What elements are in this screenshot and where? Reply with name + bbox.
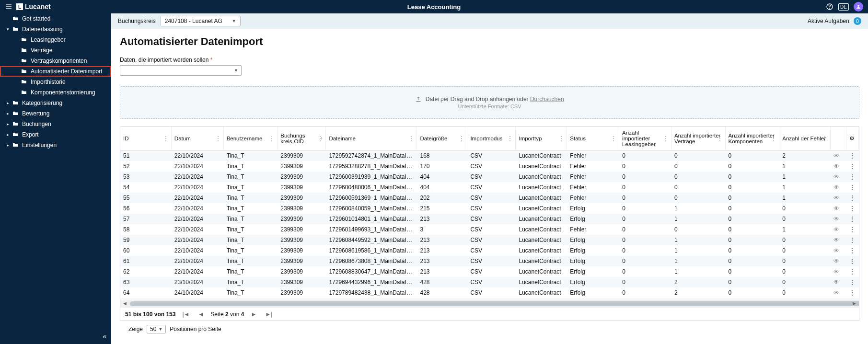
sidebar-item[interactable]: Komponentenstornierung [0, 87, 111, 98]
view-row-icon[interactable]: 👁 [831, 237, 846, 243]
pager-last[interactable]: ►| [263, 311, 274, 318]
table-row[interactable]: 5722/10/2024Tina_T23993091729601014801_1… [120, 214, 859, 224]
col-bookingcircle[interactable]: Buchungs kreis-OID↑⋮ [278, 127, 326, 150]
view-row-icon[interactable]: 👁 [831, 289, 846, 296]
col-settings[interactable]: ⚙ [846, 127, 859, 150]
user-avatar[interactable] [854, 2, 863, 11]
sidebar-item[interactable]: ▾Datenerfassung [0, 24, 111, 34]
col-importtype[interactable]: Importtyp⋮ [516, 127, 567, 150]
col-menu-icon[interactable]: ⋮ [317, 135, 324, 142]
view-row-icon[interactable]: 👁 [831, 247, 846, 254]
sidebar-collapse-icon[interactable]: « [103, 333, 106, 340]
col-menu-icon[interactable]: ⋮ [662, 135, 669, 142]
view-row-icon[interactable]: 👁 [831, 152, 846, 159]
view-row-icon[interactable]: 👁 [831, 226, 846, 233]
sidebar-item[interactable]: Verträge [0, 45, 111, 56]
pager-prev[interactable]: ◄ [196, 311, 206, 318]
row-menu-icon[interactable]: ⋮ [846, 268, 859, 275]
row-menu-icon[interactable]: ⋮ [846, 289, 859, 296]
col-menu-icon[interactable]: ⋮ [770, 135, 777, 142]
col-errors[interactable]: Anzahl der Fehler⋮ [779, 127, 831, 150]
file-dropzone[interactable]: Datei per Drag and Drop anhängen oder Du… [120, 86, 859, 119]
col-status[interactable]: Status⋮ [567, 127, 619, 150]
language-selector[interactable]: DE [838, 3, 849, 11]
view-row-icon[interactable]: 👁 [831, 163, 846, 170]
row-menu-icon[interactable]: ⋮ [846, 163, 859, 170]
table-row[interactable]: 6222/10/2024Tina_T23993091729608830647_1… [120, 266, 859, 277]
scrollbar-thumb[interactable] [130, 301, 859, 306]
view-row-icon[interactable]: 👁 [831, 205, 846, 212]
view-row-icon[interactable]: 👁 [831, 195, 846, 201]
sidebar-item[interactable]: Automatisierter Datenimport [0, 66, 111, 77]
col-menu-icon[interactable]: ⋮ [507, 135, 513, 142]
view-row-icon[interactable]: 👁 [831, 268, 846, 275]
row-menu-icon[interactable]: ⋮ [846, 184, 859, 191]
pager-first[interactable]: |◄ [180, 311, 191, 318]
table-row[interactable]: 5822/10/2024Tina_T23993091729601499693_1… [120, 224, 859, 235]
sidebar-item[interactable]: ▸Bewertung [0, 108, 111, 119]
table-row[interactable]: 5122/10/2024Tina_T23993091729592742874_1… [120, 150, 859, 161]
sidebar-item[interactable]: ▸Buchungen [0, 119, 111, 129]
table-row[interactable]: 5622/10/2024Tina_T23993091729600840059_1… [120, 203, 859, 214]
sidebar-item[interactable]: Vertragskomponenten [0, 56, 111, 66]
company-code-select[interactable]: 2407108 - Lucanet AG ▼ [161, 16, 241, 26]
horizontal-scrollbar[interactable]: ◄ ► [120, 300, 859, 307]
col-contracts[interactable]: Anzahl importierter Verträge⋮ [671, 127, 726, 150]
col-lessors[interactable]: Anzahl importierter Leasinggeber⋮ [619, 127, 671, 150]
help-icon[interactable] [826, 3, 833, 11]
row-menu-icon[interactable]: ⋮ [846, 258, 859, 264]
browse-link[interactable]: Durchsuchen [530, 96, 564, 103]
col-menu-icon[interactable]: ⋮ [717, 135, 723, 142]
col-menu-icon[interactable]: ⋮ [408, 135, 415, 142]
row-menu-icon[interactable]: ⋮ [846, 237, 859, 243]
page-size-select[interactable]: 50 ▼ [147, 325, 166, 333]
view-row-icon[interactable]: 👁 [831, 258, 846, 264]
col-menu-icon[interactable]: ⋮ [458, 135, 465, 142]
gear-icon[interactable]: ⚙ [849, 135, 855, 142]
import-data-select[interactable]: ▼ [120, 65, 242, 76]
row-menu-icon[interactable]: ⋮ [846, 173, 859, 180]
view-row-icon[interactable]: 👁 [831, 173, 846, 180]
row-menu-icon[interactable]: ⋮ [846, 247, 859, 254]
table-row[interactable]: 5322/10/2024Tina_T23993091729600391939_1… [120, 172, 859, 182]
col-menu-icon[interactable]: ⋮ [822, 135, 828, 142]
col-date[interactable]: Datum⋮ [172, 127, 224, 150]
sidebar-item[interactable]: ▸Export [0, 129, 111, 140]
view-row-icon[interactable]: 👁 [831, 216, 846, 222]
sidebar-item[interactable]: Importhistorie [0, 77, 111, 87]
table-row[interactable]: 5922/10/2024Tina_T23993091729608449592_1… [120, 235, 859, 245]
table-row[interactable]: 5222/10/2024Tina_T23993091729593288278_1… [120, 161, 859, 172]
col-menu-icon[interactable]: ⋮ [558, 135, 565, 142]
hamburger-icon[interactable] [5, 3, 12, 11]
table-row[interactable]: 6424/10/2024Tina_T23993091729789482438_1… [120, 287, 859, 298]
scroll-right-icon[interactable]: ► [852, 300, 857, 306]
col-menu-icon[interactable]: ⋮ [162, 135, 169, 142]
col-filename[interactable]: Dateiname⋮ [326, 127, 417, 150]
row-menu-icon[interactable]: ⋮ [846, 216, 859, 222]
table-row[interactable]: 5522/10/2024Tina_T23993091729600591369_1… [120, 193, 859, 203]
col-user[interactable]: Benutzername⋮ [224, 127, 278, 150]
row-menu-icon[interactable]: ⋮ [846, 152, 859, 159]
table-row[interactable]: 5422/10/2024Tina_T23993091729600480006_1… [120, 182, 859, 193]
col-menu-icon[interactable]: ⋮ [268, 135, 275, 142]
row-menu-icon[interactable]: ⋮ [846, 279, 859, 286]
col-menu-icon[interactable]: ⋮ [215, 135, 221, 142]
table-row[interactable]: 6323/10/2024Tina_T23993091729694432996_1… [120, 277, 859, 287]
sidebar-item[interactable]: ▸Kategorisierung [0, 98, 111, 108]
col-components[interactable]: Anzahl importierter Komponenten⋮ [726, 127, 780, 150]
active-tasks-badge[interactable]: 0 [854, 17, 861, 25]
row-menu-icon[interactable]: ⋮ [846, 205, 859, 212]
view-row-icon[interactable]: 👁 [831, 279, 846, 286]
sidebar-item[interactable]: Get started [0, 13, 111, 24]
col-menu-icon[interactable]: ⋮ [610, 135, 617, 142]
view-row-icon[interactable]: 👁 [831, 184, 846, 191]
table-row[interactable]: 6022/10/2024Tina_T23993091729608619586_1… [120, 245, 859, 256]
table-row[interactable]: 6122/10/2024Tina_T23993091729608673808_1… [120, 256, 859, 266]
scroll-left-icon[interactable]: ◄ [122, 300, 127, 306]
col-filesize[interactable]: Dateigröße⋮ [417, 127, 467, 150]
sidebar-item[interactable]: ▸Einstellungen [0, 140, 111, 150]
col-importmode[interactable]: Importmodus⋮ [467, 127, 516, 150]
sidebar-item[interactable]: Leasinggeber [0, 34, 111, 45]
row-menu-icon[interactable]: ⋮ [846, 226, 859, 233]
pager-next[interactable]: ► [249, 311, 258, 318]
